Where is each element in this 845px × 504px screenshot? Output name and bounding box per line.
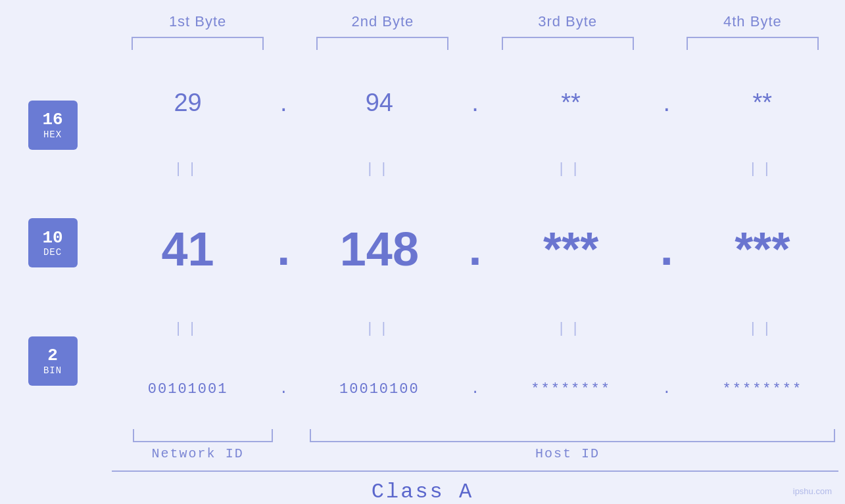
dec-byte3: *** [489,222,654,276]
dec-byte4: *** [680,222,845,276]
dec-dot2: . [462,230,489,268]
bin-byte1: 00101001 [105,381,270,398]
dec-badge: 10 DEC [28,218,78,267]
bin-badge: 2 BIN [28,336,78,386]
equals-row-1: || || || || [105,161,845,177]
main-container: 1st Byte 2nd Byte 3rd Byte 4th Byte 16 H… [0,0,845,504]
hex-badge-label: HEX [43,129,62,140]
eq1-b1: || [105,161,270,177]
dec-byte2: 148 [297,222,462,276]
byte4-header: 4th Byte [660,13,845,30]
eq1-b2: || [297,161,462,177]
eq1-b4: || [680,161,845,177]
byte3-header: 3rd Byte [475,13,660,30]
data-rows: 29 . 94 . ** . ** || || || || 41 [105,60,845,426]
id-labels-row: Network ID Host ID [0,446,845,461]
bin-badge-number: 2 [47,346,58,365]
bin-data-row: 00101001 . 10010100 . ******** . *******… [105,381,845,398]
bottom-bracket-container [0,429,845,442]
eq2-b1: || [105,321,270,337]
bin-dot2: . [462,381,489,398]
hex-byte4: ** [680,89,845,117]
eq1-b3: || [489,161,654,177]
bracket-cell-1 [105,37,290,50]
equals-row-2: || || || || [105,321,845,337]
bin-dot3: . [654,381,680,398]
dec-byte1: 41 [105,222,270,276]
content-area: 16 HEX 10 DEC 2 BIN 29 . 94 . ** . ** [0,60,845,426]
badges-column: 16 HEX 10 DEC 2 BIN [0,60,105,426]
host-bottom-bracket [310,429,835,442]
watermark: ipshu.com [793,486,832,496]
dec-dot3: . [654,230,680,268]
hex-byte3: ** [489,89,654,117]
dec-data-row: 41 . 148 . *** . *** [105,222,845,276]
hex-dot2: . [462,89,489,117]
eq2-b4: || [680,321,845,337]
header-row: 1st Byte 2nd Byte 3rd Byte 4th Byte [0,0,845,37]
eq2-b3: || [489,321,654,337]
bracket-cell-3 [475,37,660,50]
class-bracket-line [112,470,838,472]
hex-data-row: 29 . 94 . ** . ** [105,89,845,117]
dec-badge-number: 10 [42,229,62,248]
bracket-cell-2 [290,37,475,50]
top-bracket-row [0,37,845,50]
bin-byte3: ******** [489,381,654,398]
byte2-header: 2nd Byte [290,13,475,30]
bin-byte4: ******** [680,381,845,398]
hex-dot3: . [654,89,680,117]
net-bracket-wrap [105,429,300,442]
class-label: Class A [372,480,473,504]
host-id-label: Host ID [290,446,845,461]
class-label-row: Class A [372,480,473,504]
bin-dot1: . [270,381,297,398]
hex-byte2: 94 [297,89,462,117]
byte1-header: 1st Byte [105,13,290,30]
top-bracket-3 [502,37,634,50]
network-id-label: Network ID [105,446,290,461]
eq2-b2: || [297,321,462,337]
bin-byte2: 10010100 [297,381,462,398]
host-bracket-wrap [300,429,845,442]
bin-badge-label: BIN [43,365,62,376]
hex-dot1: . [270,89,297,117]
hex-badge: 16 HEX [28,101,78,150]
top-bracket-2 [316,37,448,50]
top-bracket-1 [132,37,264,50]
dec-badge-label: DEC [43,247,62,258]
top-bracket-4 [687,37,819,50]
hex-badge-number: 16 [42,110,62,129]
bracket-cell-4 [660,37,845,50]
hex-byte1: 29 [105,89,270,117]
net-bottom-bracket [133,429,273,442]
dec-dot1: . [270,230,297,268]
